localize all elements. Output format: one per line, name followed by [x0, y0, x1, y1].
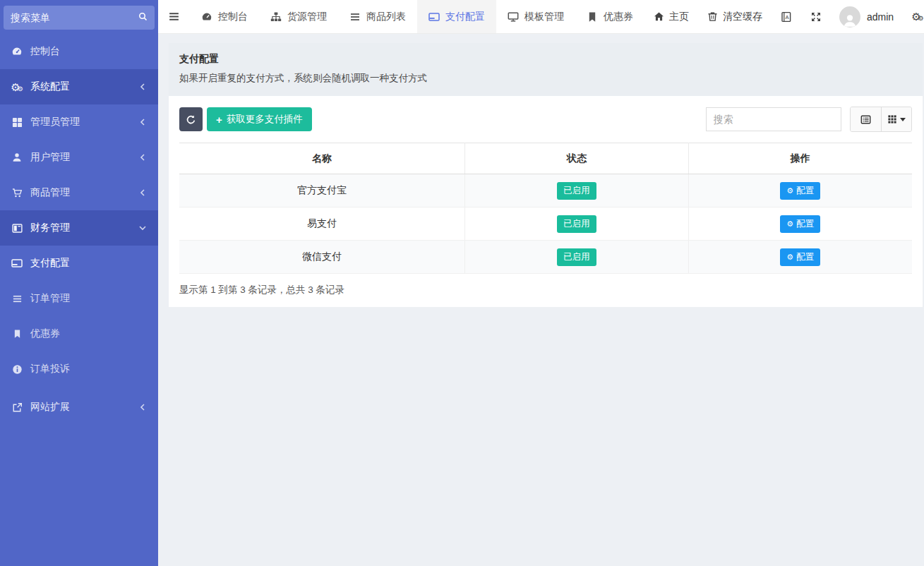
settings-button[interactable]: ⚙⚙	[902, 0, 924, 33]
get-more-plugins-button[interactable]: + 获取更多支付插件	[207, 107, 312, 131]
tab-template-management[interactable]: 模板管理	[496, 0, 575, 33]
sidebar-item-label: 订单管理	[30, 292, 148, 305]
configure-button[interactable]: ⚙ 配置	[780, 248, 820, 266]
main-area: 控制台 货源管理 商品列表 支付配置	[158, 0, 924, 566]
fullscreen-button[interactable]	[801, 0, 831, 33]
chevron-left-icon	[138, 82, 148, 92]
tab-label: 控制台	[218, 11, 248, 23]
get-more-plugins-label: 获取更多支付插件	[227, 113, 303, 126]
payment-name: 易支付	[179, 207, 465, 241]
refresh-button[interactable]	[179, 107, 203, 131]
payment-name: 微信支付	[179, 241, 465, 274]
gears-icon: ⚙⚙	[11, 81, 23, 92]
chevron-left-icon	[138, 188, 148, 198]
status-badge: 已启用	[557, 215, 596, 233]
gear-icon: ⚙	[786, 187, 793, 195]
configure-label: 配置	[796, 218, 814, 230]
grid-th-icon	[887, 114, 897, 124]
sidebar-item-label: 订单投诉	[30, 363, 148, 375]
home-label: 主页	[669, 11, 689, 23]
grid-icon	[11, 116, 23, 128]
sidebar-item-finance-management[interactable]: 财务管理	[0, 210, 158, 246]
sidebar-item-dashboard[interactable]: 控制台	[0, 34, 158, 69]
sidebar-item-site-extensions[interactable]: 网站扩展	[0, 390, 158, 425]
gears-icon: ⚙⚙	[911, 11, 924, 22]
user-menu[interactable]: admin	[831, 0, 902, 33]
sidebar-item-admin-management[interactable]: 管理员管理	[0, 104, 158, 140]
sidebar-item-order-management[interactable]: 订单管理	[0, 281, 158, 316]
desktop-icon	[508, 11, 519, 23]
refresh-icon	[186, 114, 196, 125]
page-title: 支付配置	[179, 53, 912, 66]
view-button-group	[850, 107, 912, 132]
tab-label: 模板管理	[524, 11, 564, 23]
user-icon	[11, 152, 23, 163]
column-header-status: 状态	[465, 143, 688, 174]
external-link-icon	[11, 402, 23, 413]
sidebar: 控制台 ⚙⚙ 系统配置 管理员管理 用户管理	[0, 0, 158, 566]
sidebar-menu: 控制台 ⚙⚙ 系统配置 管理员管理 用户管理	[0, 34, 158, 566]
dashboard-icon	[11, 46, 23, 57]
column-header-actions: 操作	[688, 143, 912, 174]
table-row: 微信支付 已启用 ⚙ 配置	[179, 241, 912, 274]
sidebar-item-label: 网站扩展	[30, 401, 138, 414]
status-badge: 已启用	[557, 248, 596, 266]
list-alt-icon	[860, 114, 871, 125]
plus-icon: +	[216, 114, 222, 125]
sidebar-search	[4, 6, 155, 30]
sidebar-item-label: 商品管理	[30, 186, 138, 199]
sidebar-search-input[interactable]	[11, 12, 138, 23]
table-search-input[interactable]	[706, 107, 841, 131]
table-row: 官方支付宝 已启用 ⚙ 配置	[179, 174, 912, 207]
credit-card-icon	[428, 11, 440, 23]
fullscreen-arrows-icon	[810, 11, 822, 23]
clear-cache-link[interactable]: 清空缓存	[698, 0, 772, 33]
configure-button[interactable]: ⚙ 配置	[780, 182, 820, 200]
sidebar-item-coupons[interactable]: 优惠券	[0, 316, 158, 351]
clear-cache-label: 清空缓存	[723, 11, 762, 23]
sidebar-item-product-management[interactable]: 商品管理	[0, 175, 158, 210]
tab-product-list[interactable]: 商品列表	[338, 0, 417, 33]
sidebar-item-user-management[interactable]: 用户管理	[0, 140, 158, 175]
panel-body: + 获取更多支付插件	[169, 96, 923, 307]
credit-card-icon	[11, 258, 23, 269]
tab-label: 支付配置	[445, 11, 485, 23]
table-row: 易支付 已启用 ⚙ 配置	[179, 207, 912, 241]
tab-supply-management[interactable]: 货源管理	[259, 0, 338, 33]
language-book-icon: A	[781, 11, 792, 23]
caret-down-icon	[900, 118, 906, 121]
columns-dropdown-button[interactable]	[881, 107, 911, 131]
sidebar-toggle-button[interactable]	[158, 0, 190, 33]
payment-methods-table: 名称 状态 操作 官方支付宝 已启用 ⚙ 配置	[179, 143, 912, 274]
search-icon[interactable]	[138, 12, 148, 23]
pagination-info: 显示第 1 到第 3 条记录，总共 3 条记录	[179, 284, 912, 296]
configure-label: 配置	[796, 251, 814, 263]
bookmark-icon	[11, 328, 23, 339]
status-badge: 已启用	[557, 182, 596, 200]
sidebar-item-label: 管理员管理	[30, 116, 138, 128]
tab-payment-config[interactable]: 支付配置	[417, 0, 496, 33]
sidebar-item-order-complaints[interactable]: 订单投诉	[0, 351, 158, 387]
sidebar-item-label: 系统配置	[30, 80, 138, 93]
tab-dashboard[interactable]: 控制台	[190, 0, 259, 33]
tab-label: 优惠券	[604, 11, 633, 23]
configure-button[interactable]: ⚙ 配置	[780, 215, 820, 233]
home-icon	[654, 11, 664, 22]
detail-view-button[interactable]	[851, 107, 881, 131]
tab-label: 货源管理	[287, 11, 327, 23]
sidebar-item-payment-config[interactable]: 支付配置	[0, 246, 158, 281]
list-icon	[11, 293, 23, 304]
sitemap-icon	[270, 11, 282, 23]
username: admin	[867, 11, 894, 23]
language-button[interactable]: A	[772, 0, 801, 33]
tab-coupons[interactable]: 优惠券	[575, 0, 644, 33]
page-subtitle: 如果开启重复的支付方式，系统则会随机调取一种支付方式	[179, 72, 912, 85]
tab-bar: 控制台 货源管理 商品列表 支付配置	[190, 0, 644, 33]
sidebar-item-system-config[interactable]: ⚙⚙ 系统配置	[0, 69, 158, 104]
configure-label: 配置	[796, 185, 814, 197]
home-link[interactable]: 主页	[644, 0, 698, 33]
column-header-name: 名称	[179, 143, 465, 174]
sidebar-item-label: 优惠券	[30, 327, 148, 340]
navbar-right: 主页 清空缓存 A adm	[644, 0, 924, 33]
info-icon	[11, 363, 23, 375]
